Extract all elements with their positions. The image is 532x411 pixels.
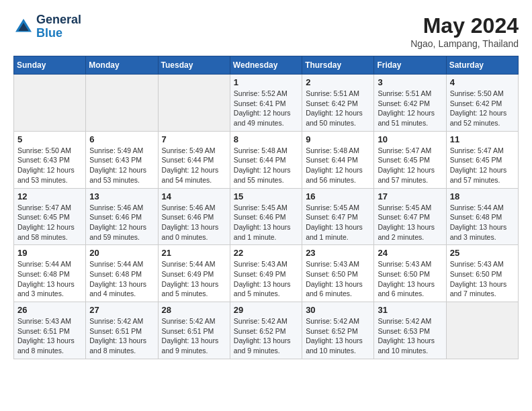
calendar-cell xyxy=(86,75,158,132)
cell-info: Sunrise: 5:45 AM Sunset: 6:47 PM Dayligh… xyxy=(378,203,442,242)
day-number: 28 xyxy=(162,305,226,315)
weekday-header-thursday: Thursday xyxy=(302,56,374,75)
day-number: 15 xyxy=(234,191,298,201)
header: General Blue May 2024 Ngao, Lampang, Tha… xyxy=(13,13,519,49)
week-row-2: 5Sunrise: 5:50 AM Sunset: 6:43 PM Daylig… xyxy=(14,131,519,188)
cell-info: Sunrise: 5:48 AM Sunset: 6:44 PM Dayligh… xyxy=(234,146,298,185)
calendar-cell: 17Sunrise: 5:45 AM Sunset: 6:47 PM Dayli… xyxy=(374,188,446,245)
weekday-header-saturday: Saturday xyxy=(446,56,518,75)
location: Ngao, Lampang, Thailand xyxy=(410,38,519,49)
day-number: 12 xyxy=(17,191,82,201)
cell-info: Sunrise: 5:48 AM Sunset: 6:44 PM Dayligh… xyxy=(306,146,370,185)
calendar-cell: 13Sunrise: 5:46 AM Sunset: 6:46 PM Dayli… xyxy=(86,188,158,245)
cell-info: Sunrise: 5:50 AM Sunset: 6:43 PM Dayligh… xyxy=(17,146,82,185)
calendar-table: SundayMondayTuesdayWednesdayThursdayFrid… xyxy=(13,56,519,359)
day-number: 24 xyxy=(378,248,442,258)
day-number: 30 xyxy=(306,305,370,315)
cell-info: Sunrise: 5:43 AM Sunset: 6:50 PM Dayligh… xyxy=(306,259,370,299)
calendar-cell: 5Sunrise: 5:50 AM Sunset: 6:43 PM Daylig… xyxy=(14,131,86,188)
calendar-cell: 23Sunrise: 5:43 AM Sunset: 6:50 PM Dayli… xyxy=(302,245,374,302)
day-number: 6 xyxy=(89,134,154,144)
day-number: 17 xyxy=(378,191,442,201)
title-block: May 2024 Ngao, Lampang, Thailand xyxy=(410,13,519,49)
calendar-cell: 30Sunrise: 5:42 AM Sunset: 6:52 PM Dayli… xyxy=(302,302,374,359)
day-number: 21 xyxy=(162,248,226,258)
cell-info: Sunrise: 5:51 AM Sunset: 6:42 PM Dayligh… xyxy=(306,89,370,128)
day-number: 18 xyxy=(450,191,515,201)
calendar-cell: 2Sunrise: 5:51 AM Sunset: 6:42 PM Daylig… xyxy=(302,75,374,132)
cell-info: Sunrise: 5:43 AM Sunset: 6:50 PM Dayligh… xyxy=(450,259,515,299)
calendar-cell: 7Sunrise: 5:49 AM Sunset: 6:44 PM Daylig… xyxy=(158,131,230,188)
cell-info: Sunrise: 5:43 AM Sunset: 6:50 PM Dayligh… xyxy=(378,259,442,299)
calendar-cell: 29Sunrise: 5:42 AM Sunset: 6:52 PM Dayli… xyxy=(230,302,302,359)
day-number: 5 xyxy=(17,134,82,144)
week-row-1: 1Sunrise: 5:52 AM Sunset: 6:41 PM Daylig… xyxy=(14,75,519,132)
cell-info: Sunrise: 5:49 AM Sunset: 6:43 PM Dayligh… xyxy=(89,146,154,185)
weekday-header-friday: Friday xyxy=(374,56,446,75)
cell-info: Sunrise: 5:52 AM Sunset: 6:41 PM Dayligh… xyxy=(234,89,298,128)
calendar-cell: 19Sunrise: 5:44 AM Sunset: 6:48 PM Dayli… xyxy=(14,245,86,302)
cell-info: Sunrise: 5:42 AM Sunset: 6:51 PM Dayligh… xyxy=(162,316,226,356)
cell-info: Sunrise: 5:44 AM Sunset: 6:48 PM Dayligh… xyxy=(450,203,515,242)
calendar-cell: 15Sunrise: 5:45 AM Sunset: 6:46 PM Dayli… xyxy=(230,188,302,245)
cell-info: Sunrise: 5:50 AM Sunset: 6:42 PM Dayligh… xyxy=(450,89,515,128)
cell-info: Sunrise: 5:42 AM Sunset: 6:52 PM Dayligh… xyxy=(306,316,370,356)
day-number: 25 xyxy=(450,248,515,258)
logo-text: General Blue xyxy=(36,13,81,40)
calendar-cell: 9Sunrise: 5:48 AM Sunset: 6:44 PM Daylig… xyxy=(302,131,374,188)
cell-info: Sunrise: 5:47 AM Sunset: 6:45 PM Dayligh… xyxy=(17,203,82,242)
calendar-cell: 12Sunrise: 5:47 AM Sunset: 6:45 PM Dayli… xyxy=(14,188,86,245)
day-number: 26 xyxy=(17,305,82,315)
calendar-cell: 20Sunrise: 5:44 AM Sunset: 6:48 PM Dayli… xyxy=(86,245,158,302)
calendar-cell: 31Sunrise: 5:42 AM Sunset: 6:53 PM Dayli… xyxy=(374,302,446,359)
calendar-cell xyxy=(446,302,518,359)
cell-info: Sunrise: 5:49 AM Sunset: 6:44 PM Dayligh… xyxy=(162,146,226,185)
day-number: 2 xyxy=(306,77,370,87)
cell-info: Sunrise: 5:42 AM Sunset: 6:52 PM Dayligh… xyxy=(234,316,298,356)
cell-info: Sunrise: 5:45 AM Sunset: 6:46 PM Dayligh… xyxy=(234,203,298,242)
weekday-header-tuesday: Tuesday xyxy=(158,56,230,75)
cell-info: Sunrise: 5:44 AM Sunset: 6:48 PM Dayligh… xyxy=(17,259,82,299)
cell-info: Sunrise: 5:42 AM Sunset: 6:53 PM Dayligh… xyxy=(378,316,442,356)
calendar-cell: 22Sunrise: 5:43 AM Sunset: 6:49 PM Dayli… xyxy=(230,245,302,302)
calendar-cell xyxy=(14,75,86,132)
day-number: 11 xyxy=(450,134,515,144)
day-number: 20 xyxy=(89,248,154,258)
weekday-header-wednesday: Wednesday xyxy=(230,56,302,75)
calendar-cell: 18Sunrise: 5:44 AM Sunset: 6:48 PM Dayli… xyxy=(446,188,518,245)
calendar-cell: 6Sunrise: 5:49 AM Sunset: 6:43 PM Daylig… xyxy=(86,131,158,188)
cell-info: Sunrise: 5:43 AM Sunset: 6:51 PM Dayligh… xyxy=(17,316,82,356)
calendar-cell: 4Sunrise: 5:50 AM Sunset: 6:42 PM Daylig… xyxy=(446,75,518,132)
cell-info: Sunrise: 5:44 AM Sunset: 6:48 PM Dayligh… xyxy=(89,259,154,299)
cell-info: Sunrise: 5:45 AM Sunset: 6:47 PM Dayligh… xyxy=(306,203,370,242)
calendar-cell: 10Sunrise: 5:47 AM Sunset: 6:45 PM Dayli… xyxy=(374,131,446,188)
day-number: 7 xyxy=(162,134,226,144)
day-number: 9 xyxy=(306,134,370,144)
weekday-header-sunday: Sunday xyxy=(14,56,86,75)
cell-info: Sunrise: 5:46 AM Sunset: 6:46 PM Dayligh… xyxy=(162,203,226,242)
calendar-cell: 16Sunrise: 5:45 AM Sunset: 6:47 PM Dayli… xyxy=(302,188,374,245)
cell-info: Sunrise: 5:47 AM Sunset: 6:45 PM Dayligh… xyxy=(450,146,515,185)
day-number: 16 xyxy=(306,191,370,201)
calendar-cell: 21Sunrise: 5:44 AM Sunset: 6:49 PM Dayli… xyxy=(158,245,230,302)
day-number: 13 xyxy=(89,191,154,201)
day-number: 8 xyxy=(234,134,298,144)
day-number: 14 xyxy=(162,191,226,201)
calendar-cell: 24Sunrise: 5:43 AM Sunset: 6:50 PM Dayli… xyxy=(374,245,446,302)
calendar-cell: 14Sunrise: 5:46 AM Sunset: 6:46 PM Dayli… xyxy=(158,188,230,245)
calendar-cell: 25Sunrise: 5:43 AM Sunset: 6:50 PM Dayli… xyxy=(446,245,518,302)
cell-info: Sunrise: 5:46 AM Sunset: 6:46 PM Dayligh… xyxy=(89,203,154,242)
calendar-cell: 8Sunrise: 5:48 AM Sunset: 6:44 PM Daylig… xyxy=(230,131,302,188)
cell-info: Sunrise: 5:47 AM Sunset: 6:45 PM Dayligh… xyxy=(378,146,442,185)
weekday-header-monday: Monday xyxy=(86,56,158,75)
week-row-4: 19Sunrise: 5:44 AM Sunset: 6:48 PM Dayli… xyxy=(14,245,519,302)
cell-info: Sunrise: 5:42 AM Sunset: 6:51 PM Dayligh… xyxy=(89,316,154,356)
calendar-cell xyxy=(158,75,230,132)
day-number: 29 xyxy=(234,305,298,315)
day-number: 22 xyxy=(234,248,298,258)
cell-info: Sunrise: 5:51 AM Sunset: 6:42 PM Dayligh… xyxy=(378,89,442,128)
weekday-header-row: SundayMondayTuesdayWednesdayThursdayFrid… xyxy=(14,56,519,75)
day-number: 19 xyxy=(17,248,82,258)
logo: General Blue xyxy=(13,13,81,40)
calendar-cell: 26Sunrise: 5:43 AM Sunset: 6:51 PM Dayli… xyxy=(14,302,86,359)
